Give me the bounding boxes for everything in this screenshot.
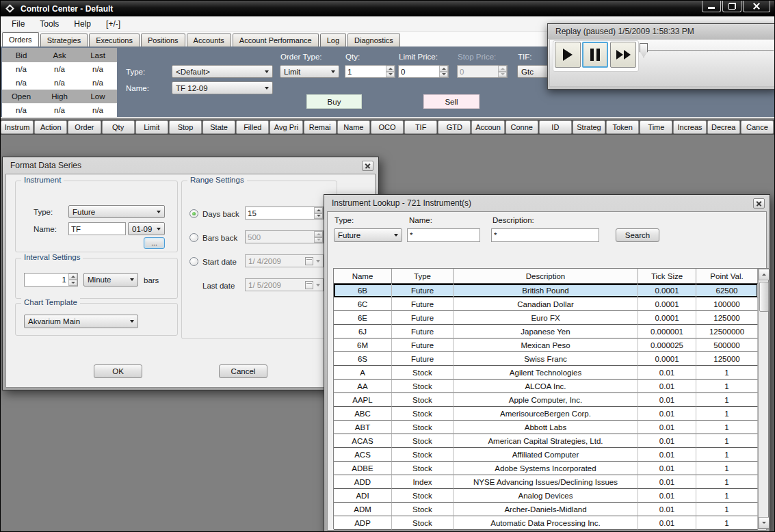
orders-column-header[interactable]: Token — [606, 120, 639, 134]
replay-slider-track[interactable] — [646, 50, 774, 51]
orders-column-header[interactable]: OCO — [371, 120, 404, 134]
spin-up-button[interactable] — [68, 274, 77, 280]
tab-accounts[interactable]: Accounts — [187, 34, 231, 46]
orders-column-header[interactable]: Action — [34, 120, 67, 134]
table-row[interactable]: ABCStockAmerisourceBergen Corp.0.011 — [334, 407, 758, 421]
orders-column-header[interactable]: ID — [539, 120, 572, 134]
instrument-type-combo[interactable]: <Default> — [172, 65, 273, 78]
tab-diagnostics[interactable]: Diagnostics — [347, 34, 400, 46]
scrollbar-thumb[interactable] — [759, 282, 769, 312]
limit-price-input[interactable] — [399, 66, 439, 77]
menu-item-file[interactable]: File — [4, 17, 32, 31]
orders-column-header[interactable]: Name — [337, 120, 370, 134]
spin-up-button[interactable] — [386, 66, 395, 72]
table-row[interactable]: ADBEStockAdobe Systems Incorporated0.011 — [334, 462, 758, 475]
tab-strategies[interactable]: Strategies — [40, 34, 88, 46]
orders-column-header[interactable]: Qty — [102, 120, 135, 134]
spin-down-button[interactable] — [439, 72, 448, 78]
name-input[interactable] — [68, 222, 126, 235]
tab-positions[interactable]: Positions — [141, 34, 185, 46]
table-row[interactable]: 6CFutureCanadian Dollar0.0001100000 — [334, 297, 758, 311]
tab-account-performance[interactable]: Account Performance — [233, 34, 319, 46]
search-button[interactable]: Search — [616, 228, 659, 242]
table-row[interactable]: ADPStockAutomatic Data Processing Inc.0.… — [334, 516, 758, 530]
tab-orders[interactable]: Orders — [2, 32, 39, 46]
table-row[interactable]: AAStockALCOA Inc.0.011 — [334, 380, 758, 393]
menu-item-3[interactable]: [+/-] — [98, 17, 128, 31]
qty-input[interactable] — [345, 66, 386, 77]
orders-column-header[interactable]: Accoun — [471, 120, 504, 134]
table-row[interactable]: 6JFutureJapanese Yen0.00000112500000 — [334, 325, 758, 338]
days-back-input[interactable] — [246, 207, 314, 219]
dialog-close-button[interactable] — [362, 161, 373, 171]
play-button[interactable] — [555, 42, 581, 68]
interval-input[interactable] — [25, 274, 68, 286]
orders-column-header[interactable]: Limit — [135, 120, 168, 134]
spin-down-button[interactable] — [386, 72, 395, 78]
table-row[interactable]: AStockAgilent Technologies0.011 — [334, 366, 758, 380]
orders-column-header[interactable]: Remai — [304, 120, 337, 134]
table-row[interactable]: 6EFutureEuro FX0.0001125000 — [334, 311, 758, 325]
orders-column-header[interactable]: TIF — [404, 120, 437, 134]
replay-slider-thumb[interactable] — [640, 43, 648, 57]
lookup-description-input[interactable] — [491, 228, 599, 242]
spin-down-button[interactable] — [68, 280, 77, 286]
orders-column-header[interactable]: Filled — [236, 120, 269, 134]
minimize-button[interactable] — [702, 1, 721, 12]
orders-column-header[interactable]: Stop — [169, 120, 202, 134]
close-button[interactable] — [743, 1, 770, 12]
spin-up-button[interactable] — [314, 207, 323, 213]
spin-down-button[interactable] — [314, 213, 323, 220]
scroll-up-button[interactable] — [759, 269, 770, 280]
scroll-down-button[interactable] — [759, 517, 770, 529]
table-row[interactable]: ADDIndexNYSE Advancing Issues/Declining … — [334, 475, 758, 489]
table-row[interactable]: 6SFutureSwiss Franc0.0001125000 — [334, 352, 758, 366]
order-type-combo[interactable]: Limit — [280, 65, 339, 78]
sell-button[interactable]: Sell — [423, 94, 480, 109]
lookup-column-header[interactable]: Name — [334, 269, 392, 284]
bars-back-radio[interactable] — [189, 233, 198, 242]
orders-column-header[interactable]: Decrea — [707, 120, 740, 134]
pause-button[interactable] — [582, 42, 608, 68]
dialog-close-button[interactable] — [753, 198, 765, 209]
expiry-combo[interactable]: 01-09 — [128, 222, 165, 235]
table-row[interactable]: AAPLStockApple Computer, Inc.0.011 — [334, 393, 758, 407]
lookup-type-combo[interactable]: Future — [334, 228, 402, 242]
vertical-scrollbar[interactable] — [758, 269, 768, 529]
table-row[interactable]: ADMStockArcher-Daniels-Midland0.011 — [334, 503, 758, 516]
chart-template-combo[interactable]: Akvarium Main — [24, 315, 138, 328]
table-row[interactable]: 6BFutureBritish Pound0.000162500 — [334, 284, 758, 297]
start-date-radio[interactable] — [189, 257, 198, 266]
table-row[interactable]: ACSStockAffiliated Computer0.011 — [334, 448, 758, 462]
orders-column-header[interactable]: Strateg — [573, 120, 605, 134]
table-row[interactable]: ADIStockAnalog Devices0.011 — [334, 489, 758, 503]
lookup-name-input[interactable] — [407, 228, 480, 242]
table-row[interactable]: 6MFutureMexican Peso0.000025500000 — [334, 338, 758, 352]
orders-column-header[interactable]: Order — [68, 120, 101, 134]
orders-column-header[interactable]: Cance — [741, 120, 774, 134]
interval-unit-combo[interactable]: Minute — [83, 273, 138, 287]
tab-executions[interactable]: Executions — [89, 34, 140, 46]
menu-item-help[interactable]: Help — [66, 17, 98, 31]
orders-column-header[interactable]: GTD — [438, 120, 471, 134]
instrument-name-combo[interactable]: TF 12-09 — [172, 81, 273, 94]
tab-log[interactable]: Log — [320, 34, 346, 46]
days-back-radio[interactable] — [189, 209, 198, 218]
lookup-column-header[interactable]: Type — [392, 269, 454, 284]
replay-titlebar[interactable]: Replay (paused) 1/5/2009 1:58:33 PM — [548, 24, 775, 39]
table-row[interactable]: ACASStockAmerican Capital Strategies, Lt… — [334, 434, 758, 448]
fast-forward-button[interactable] — [610, 42, 636, 68]
menu-item-tools[interactable]: Tools — [32, 17, 66, 31]
orders-column-header[interactable]: Conne — [505, 120, 538, 134]
ok-button[interactable]: OK — [94, 364, 142, 378]
orders-column-header[interactable]: Time — [640, 120, 672, 134]
orders-column-header[interactable]: Instrum — [1, 120, 34, 134]
restore-button[interactable] — [722, 1, 741, 12]
lookup-dialog-titlebar[interactable]: Instrument Lookup - 721 Instrument(s) — [327, 195, 767, 211]
type-combo[interactable]: Future — [68, 205, 165, 218]
titlebar[interactable]: Control Center - Default — [1, 1, 774, 16]
orders-column-header[interactable]: State — [202, 120, 235, 134]
orders-column-header[interactable]: Increas — [673, 120, 706, 134]
buy-button[interactable]: Buy — [306, 94, 362, 109]
orders-column-header[interactable]: Avg Pri — [270, 120, 302, 134]
